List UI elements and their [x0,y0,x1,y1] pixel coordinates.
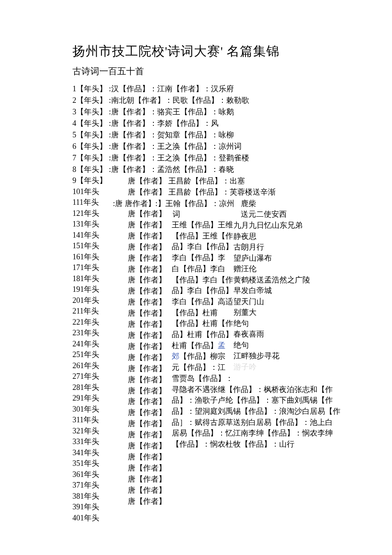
fragment-ci: 词 [173,209,180,219]
mid-cell: 唐【作者】 [128,441,166,452]
mid-cell: 唐【作者】 [128,253,166,264]
left-cell: 201年头 [72,295,107,306]
poem-title: 游子吟 [233,362,310,373]
left-cell: 191年头 [72,284,107,295]
mid-cell: 唐【作者】 [128,396,166,407]
fragment-send: 送元二使安西 [241,209,287,219]
poem-title: 别董大 [233,307,310,318]
mid-cell: 唐【作者】 [128,430,166,441]
poem-title: 赠汪伦 [233,264,310,275]
jiao-blue-text: 郊 [172,352,179,360]
mid-cell: 唐【作者】 [128,209,166,220]
left-cell: 231年头 [72,328,107,339]
entry-10-text: 唐【作者】 王昌龄【作品】：芙蓉楼送辛渐 [128,187,276,197]
poem-title: 绝句 [233,318,310,329]
left-column: 9【年头】101年头111年头121年头131年头141年头151年头161年头… [72,175,107,523]
author-fragment: 【作品】：悯农杜牧【作品】：山行 [172,439,340,450]
left-cell: 181年头 [72,273,107,285]
left-cell: 361年头 [72,469,107,480]
mid-cell: 唐【作者】 [128,463,166,474]
poem-title: 早发白帝城 [233,285,310,296]
poem-title: 望庐山瀑布 [233,253,310,264]
poem-title: 九月九日忆山东兄弟 [233,220,310,231]
left-cell: 261年头 [72,360,107,372]
left-cell: 141年头 [72,230,107,241]
entry-row: 5【年头】 :唐【作者】：贺知章【作品】：咏柳 [72,129,392,141]
meng-blue-text: 孟 [218,341,225,350]
left-cell: 351年头 [72,458,107,469]
left-cell: 371年头 [72,480,107,491]
page-subtitle: 古诗词一百五十首 [72,65,392,77]
title-column: 九月九日忆山东兄弟静夜思古朗月行望庐山瀑布赠汪伦黄鹤楼送孟浩然之广陵早发白帝城望… [233,220,310,372]
left-cell: 341年头 [72,447,107,459]
author-fragment: 品】：望洞庭刘禹锡【作品】：浪淘沙白居易【作 [172,406,340,417]
mid-cell: 唐【作者】 [128,496,166,507]
entry-row: 3【年头】 :唐【作者】：骆宾王【作品】：咏鹅 [72,106,392,118]
left-cell: 291年头 [72,393,107,404]
author-fragment: 寻隐者不遇张继【作品】：枫桥夜泊张志和【作 [172,384,340,395]
mid-cell: 唐【作者】 [128,286,166,297]
left-cell: 391年头 [72,502,107,513]
left-cell: 151年头 [72,241,107,252]
left-cell: 311年头 [72,415,107,426]
poem-title: 古朗月行 [233,242,310,253]
mid-cell: 唐【作者】 [128,242,166,253]
poem-title: 望天门山 [233,296,310,308]
left-cell: 331年头 [72,436,107,447]
entry-row: 6【年头】 :唐【作者】：王之涣【作品】：凉州词 [72,141,392,152]
page-title: 扬州市技工院校'诗词大赛' 名篇集锦 [72,43,392,60]
complex-layout: 9【年头】101年头111年头121年头131年头141年头151年头161年头… [72,175,392,534]
mid-cell: 唐【作者】 [128,341,166,352]
left-cell: 161年头 [72,252,107,263]
entry-9-text: 唐【作者】 王昌龄【作品】：出塞 [128,176,245,186]
left-cell: 221年头 [72,317,107,328]
poem-title: 江畔独步寻花 [233,351,310,362]
poem-title: 黄鹤楼送孟浩然之广陵 [233,275,310,286]
mid-cell: 唐【作者】 [128,474,166,485]
left-cell: 111年头 [72,197,107,208]
left-cell: 9【年头】 [72,175,107,186]
mid-cell: 唐【作者】 [128,220,166,231]
simple-entry-list: 1【年头】 :汉【作品】：江南【作者】：汉乐府2【年头】 :南北朝【作者】：民歌… [72,83,392,175]
fragment-luchai: 鹿柴 [241,198,256,209]
entry-row: 2【年头】 :南北朝【作者】：民歌【作品】：敕勒歌 [72,95,392,106]
mid-cell: 唐【作者】 [128,319,166,330]
left-cell: 131年头 [72,219,107,230]
left-cell: 171年头 [72,262,107,273]
author-fragment: 雪贾岛【作品】： [172,373,340,384]
mid-cell: 唐【作者】 [128,418,166,430]
left-cell: 281年头 [72,382,107,393]
poem-title: 春夜喜雨 [233,329,310,340]
author-fragment: 居易【作品】：忆江南李绅【作品】：悯农李绅 [172,428,340,439]
mid-cell: 唐【作者】 [128,308,166,319]
mid-cell: 唐【作者】 [128,363,166,375]
mid-column: 唐【作者】唐【作者】唐【作者】唐【作者】唐【作者】唐【作者】唐【作者】唐【作者】… [128,209,166,507]
mid-cell: 唐【作者】 [128,297,166,308]
entry-11-text: :唐 唐作者】:】王翰【作品】：凉州 [113,198,234,209]
mid-cell: 唐【作者】 [128,375,166,386]
author-fragment: 品】：渔歌子卢纶【作品】：塞下曲刘禹锡【作 [172,395,340,406]
poem-title: 绝句 [233,340,310,351]
entry-row: 7【年头】 :唐【作者】：王之涣【作品】：登鹳雀楼 [72,152,392,164]
left-cell: 301年头 [72,404,107,415]
entry-row: 1【年头】 :汉【作品】：江南【作者】：汉乐府 [72,83,392,95]
left-cell: 101年头 [72,186,107,198]
left-cell: 251年头 [72,349,107,360]
mid-cell: 唐【作者】 [128,452,166,463]
mid-cell: 唐【作者】 [128,275,166,286]
mid-cell: 唐【作者】 [128,330,166,341]
mid-cell: 唐【作者】 [128,386,166,397]
mid-cell: 唐【作者】 [128,352,166,363]
left-cell: 121年头 [72,208,107,219]
left-cell: 321年头 [72,426,107,437]
author-fragment: 品］：赋得古原草送别白居易【作品】：池上白 [172,417,340,428]
left-cell: 241年头 [72,339,107,350]
poem-title: 静夜思 [233,231,310,242]
left-cell: 211年头 [72,306,107,317]
left-cell: 271年头 [72,371,107,382]
left-cell: 401年头 [72,513,107,524]
entry-row: 8【年头】 :唐【作者】：孟浩然【作品】：春晓 [72,164,392,175]
mid-cell: 唐【作者】 [128,485,166,496]
mid-cell: 唐【作者】 [128,264,166,275]
entry-row: 4【年头】 :唐【作者】：李娇【作品】：风 [72,118,392,129]
